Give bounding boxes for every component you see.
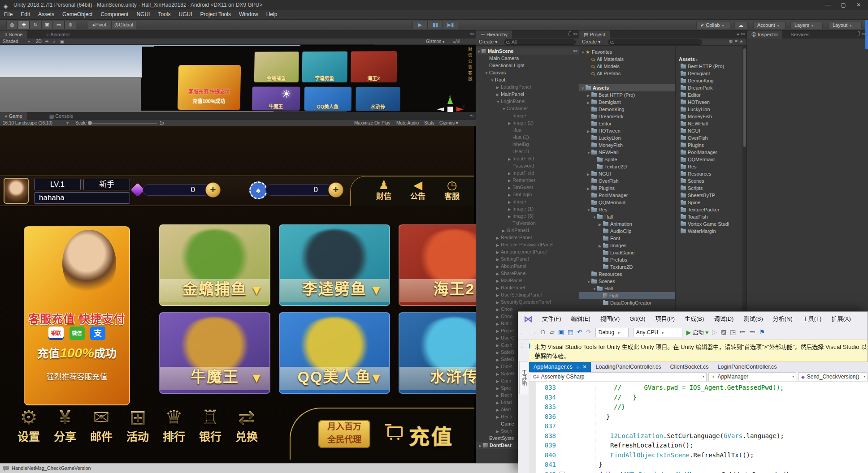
project-item[interactable]: ▶HOTween	[579, 127, 675, 134]
project-item[interactable]: LuckyLion	[579, 134, 675, 142]
game-gizmos-dropdown[interactable]: Gizmos ▾	[439, 120, 458, 126]
assets-item[interactable]: Best HTTP (Pro)	[675, 63, 742, 70]
project-item[interactable]: ▼★Favorites	[579, 48, 675, 56]
hierarchy-scene-row[interactable]: ▼MainScene ▾≡	[476, 47, 579, 55]
hierarchy-create-button[interactable]: Create ▾	[479, 39, 498, 45]
project-filter-icons[interactable]: ⚉ ⚑ ★	[729, 39, 743, 44]
hierarchy-item[interactable]: User ID	[476, 148, 579, 155]
dock-gear-button[interactable]: ⚙设置	[11, 406, 47, 444]
game-tile[interactable]: 海王2▼	[399, 224, 476, 306]
project-item[interactable]: ▶Plugins	[579, 185, 675, 192]
vs-new-file-icon[interactable]: 🗋	[540, 328, 546, 335]
project-search-input[interactable]	[608, 39, 702, 45]
hierarchy-item[interactable]: Image	[476, 112, 579, 119]
vs-menu[interactable]: 工具(T)	[798, 312, 827, 326]
hierarchy-item[interactable]: ▼Canvas	[476, 69, 579, 76]
pause-button[interactable]: ▮▮	[428, 21, 443, 29]
vs-solution-icon[interactable]: ◳	[730, 328, 736, 335]
maximize-on-play-button[interactable]: Maximize On Play	[354, 120, 391, 126]
assets-item[interactable]: Spine	[675, 199, 742, 206]
vs-config-dropdown[interactable]: Debug▾	[595, 328, 629, 337]
project-item[interactable]: DataConfigCreator	[579, 299, 675, 306]
assets-item[interactable]: WaterMargin	[675, 228, 742, 235]
transform-tool-icon[interactable]: ⊕	[65, 21, 76, 29]
wealth-button[interactable]: ♟财信	[369, 178, 398, 202]
tab-scene[interactable]: ⌗ Scene	[0, 30, 27, 39]
lighting-toggle-icon[interactable]: ☀	[45, 39, 49, 45]
project-corner-icons[interactable]: ▰ ▾≡	[737, 32, 745, 36]
project-item[interactable]: ▶Demigiant	[579, 99, 675, 106]
project-item[interactable]: ▶NGUI	[579, 170, 675, 177]
tab-game[interactable]: ◖ Game	[0, 112, 27, 120]
aspect-dropdown[interactable]: 16:10 Landscape (16:10)	[3, 120, 52, 126]
assets-item[interactable]: Resources	[675, 170, 742, 177]
download-arrow-icon[interactable]: ▼	[250, 370, 263, 386]
hierarchy-search-input[interactable]: All	[504, 39, 576, 45]
project-item[interactable]: All Materials	[579, 56, 675, 63]
hierarchy-item[interactable]: ▶MainPanel	[476, 90, 579, 98]
promo-banner[interactable]: 客服充值 快捷支付 银联 微信 支 充值100%成功 强烈推荐客服充值	[24, 226, 130, 405]
vs-save-all-icon[interactable]: ▦	[568, 328, 573, 335]
game-tile[interactable]: 牛魔王▼	[159, 312, 270, 394]
game-viewport[interactable]: LV.1 新手 hahaha 0 + ♠ 0 + ♟财信◀公告◷客服 客服充值 …	[0, 126, 476, 463]
hierarchy-item[interactable]: ▶UserSettingsPanel	[476, 291, 579, 298]
download-arrow-icon[interactable]: ▼	[250, 283, 263, 298]
vs-menu[interactable]: 调试(D)	[709, 312, 738, 326]
vs-tab-loadingpanelcontroller.cs[interactable]: LoadingPanelController.cs	[591, 362, 665, 372]
menu-component[interactable]: Component	[96, 10, 132, 19]
vs-undo-icon[interactable]: ↶	[577, 328, 582, 335]
project-item[interactable]: Hall	[579, 292, 675, 299]
project-item[interactable]: ▼Assets	[579, 84, 675, 91]
scene-viewport[interactable]: 财信 公告 客服 金蟾捕鱼李逵劈鱼海王2牛魔王QQ美人鱼水浒传客服充值 快捷支付…	[0, 45, 476, 112]
assets-item[interactable]: DreamPark	[675, 84, 742, 91]
vs-menu[interactable]: 扩展(X)	[826, 312, 855, 326]
hierarchy-item[interactable]: ▶Image (3)	[476, 212, 579, 219]
menu-edit[interactable]: Edit	[17, 10, 34, 19]
hierarchy-corner-icons[interactable]: ▾≡	[568, 32, 577, 36]
menu-gameobject[interactable]: GameObject	[58, 10, 96, 19]
vs-back-icon[interactable]: ←	[520, 328, 526, 335]
vs-member-dropdown[interactable]: ◆Send_CheckVersion()▾	[798, 372, 868, 381]
hierarchy-item[interactable]: ▶SharePanel	[476, 270, 579, 277]
move-tool-icon[interactable]: ✚	[18, 21, 30, 29]
project-item[interactable]: ▼NEWHall	[579, 149, 675, 156]
avatar[interactable]	[4, 178, 29, 204]
project-item[interactable]: Prefabs	[579, 256, 675, 263]
hierarchy-item[interactable]: ▶RegisterPanel	[476, 234, 579, 241]
menu-help[interactable]: Help	[262, 10, 282, 19]
project-item[interactable]: All Models	[579, 63, 675, 70]
mute-audio-button[interactable]: Mute Audio	[396, 120, 419, 126]
shaded-dropdown[interactable]: Shaded	[3, 39, 18, 45]
hierarchy-item[interactable]: Password	[476, 162, 579, 169]
assets-item[interactable]: Scripts	[675, 185, 742, 192]
project-item[interactable]: ▼Hall	[579, 285, 675, 292]
dock-exchange-button[interactable]: ⇄兑换	[229, 406, 265, 444]
project-item[interactable]: LoadGame	[579, 249, 675, 256]
maximize-button[interactable]: ▢	[837, 0, 850, 10]
global-toggle[interactable]: ◎Global	[111, 21, 136, 29]
vs-code-editor[interactable]: 833// GVars.pwd = IOS_Agent.GetPassedPwd…	[529, 382, 868, 473]
vs-comment-icon[interactable]: ≔	[740, 328, 746, 335]
project-item[interactable]: OverFish	[579, 177, 675, 185]
mode-2d-toggle[interactable]: 2D	[36, 39, 42, 45]
dock-gift-button[interactable]: ⊞活动	[120, 406, 156, 444]
project-item[interactable]: Font	[579, 235, 675, 242]
collab-button[interactable]: ✔ Collab▾	[696, 21, 730, 29]
audio-toggle-icon[interactable]: ♪	[53, 39, 55, 45]
hierarchy-item[interactable]: Hua	[476, 126, 579, 133]
vs-menu[interactable]: Git(G)	[625, 312, 650, 326]
add-gems-button[interactable]: +	[205, 182, 221, 198]
tab-project[interactable]: ▤ Project	[579, 30, 610, 39]
assets-item[interactable]: NGUI	[675, 127, 742, 134]
tab-animator[interactable]: ⁘ Animator	[40, 30, 74, 39]
menu-tools[interactable]: Tools	[154, 10, 174, 19]
project-item[interactable]: ▶Animation	[579, 220, 675, 228]
assets-item[interactable]: DemonKing	[675, 77, 742, 84]
assets-item[interactable]: HOTween	[675, 99, 742, 106]
assets-item[interactable]: Res	[675, 163, 742, 170]
hierarchy-item[interactable]: ▶GirlPanel1	[476, 227, 579, 234]
project-item[interactable]: Sprite	[579, 156, 675, 163]
vs-open-icon[interactable]: ▱	[550, 328, 555, 335]
service-button[interactable]: ◷客服	[438, 178, 466, 202]
hierarchy-item[interactable]: TxtVersion	[476, 219, 579, 227]
